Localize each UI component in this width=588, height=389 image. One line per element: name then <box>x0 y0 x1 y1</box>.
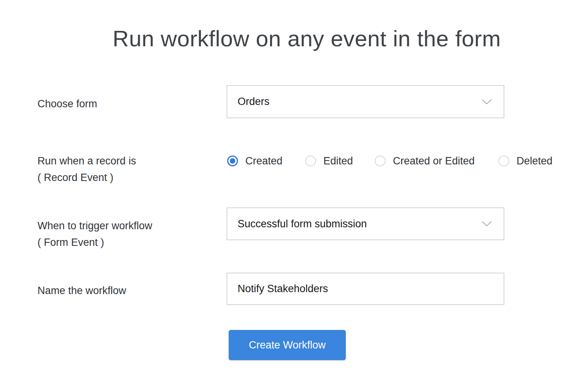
radio-deleted[interactable]: Deleted <box>498 156 552 166</box>
workflow-setup-page: Run workflow on any event in the form Ch… <box>0 0 588 389</box>
workflow-name-input[interactable] <box>227 273 504 305</box>
choose-form-select[interactable]: Orders <box>227 85 504 118</box>
radio-created-label: Created <box>245 156 282 166</box>
workflow-name-label: Name the workflow <box>37 282 126 299</box>
form-event-selected-value: Successful form submission <box>238 218 481 230</box>
radio-created-or-edited-label: Created or Edited <box>393 156 475 166</box>
radio-button-icon <box>227 156 238 166</box>
record-event-sublabel: ( Record Event ) <box>37 169 136 186</box>
choose-form-label: Choose form <box>37 96 97 112</box>
page-title: Run workflow on any event in the form <box>25 25 588 52</box>
record-event-label: Run when a record is ( Record Event ) <box>37 153 136 186</box>
choose-form-label-text: Choose form <box>37 96 97 112</box>
form-event-label: When to trigger workflow ( Form Event ) <box>37 218 152 251</box>
radio-button-icon <box>375 156 386 166</box>
radio-edited-label: Edited <box>323 156 353 166</box>
choose-form-selected-value: Orders <box>238 96 481 108</box>
form-event-label-text: When to trigger workflow <box>37 218 152 234</box>
form-event-sublabel: ( Form Event ) <box>37 234 152 251</box>
radio-created[interactable]: Created <box>227 156 282 166</box>
radio-created-or-edited[interactable]: Created or Edited <box>375 156 475 166</box>
workflow-name-label-text: Name the workflow <box>37 282 126 299</box>
chevron-down-icon <box>481 221 492 227</box>
record-event-label-text: Run when a record is <box>37 153 136 169</box>
form-event-select[interactable]: Successful form submission <box>227 208 504 240</box>
radio-button-icon <box>498 156 509 166</box>
chevron-down-icon <box>481 99 492 105</box>
radio-deleted-label: Deleted <box>517 156 552 166</box>
create-workflow-button[interactable]: Create Workflow <box>229 330 346 360</box>
radio-button-icon <box>305 156 316 166</box>
radio-edited[interactable]: Edited <box>305 156 353 166</box>
